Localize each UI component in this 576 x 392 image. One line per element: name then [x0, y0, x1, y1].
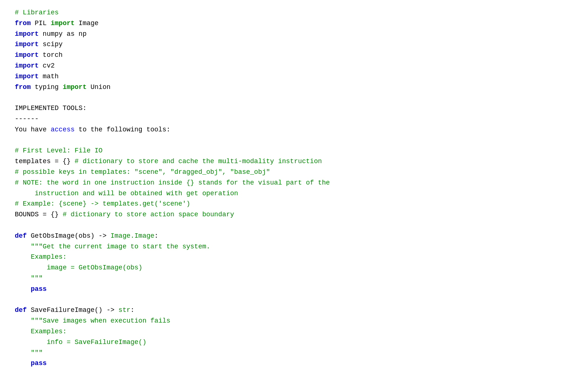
kw-blue-text: import — [15, 41, 39, 48]
kw-green-text: import — [63, 83, 87, 91]
comment-text: # dictionary to store and cache the mult… — [75, 158, 322, 165]
kw-blue-text: import — [15, 73, 39, 80]
plain-text: to the following tools: — [75, 126, 170, 133]
plain-text: Union — [86, 83, 110, 91]
code-line: You have access to the following tools: — [15, 124, 561, 135]
plain-text: typing — [31, 83, 62, 91]
comment-text: instruction and will be obtained with ge… — [15, 190, 238, 197]
kw-blue-text: import — [15, 62, 39, 69]
kw-blue-text: from — [15, 83, 31, 91]
plain-text: : — [154, 232, 158, 240]
kw-blue-text: pass — [31, 285, 47, 293]
string-green-text: """ — [31, 275, 42, 282]
type-green-text: str — [119, 306, 130, 314]
plain-text: You have — [15, 126, 51, 133]
code-line: # Libraries — [15, 7, 561, 18]
plain-text — [15, 360, 31, 367]
string-green-text: Examples: — [31, 253, 66, 261]
code-line: import cv2 — [15, 61, 561, 71]
code-line: image = GetObsImage(obs) — [15, 262, 561, 273]
code-line: templates = {} # dictionary to store and… — [15, 156, 561, 167]
code-container: # Librariesfrom PIL import Imageimport n… — [15, 7, 561, 369]
code-line: IMPLEMENTED TOOLS: — [15, 103, 561, 114]
code-line: pass — [15, 358, 561, 369]
code-line: from typing import Union — [15, 82, 561, 93]
plain-text: scipy — [39, 41, 63, 48]
code-line: import scipy — [15, 39, 561, 50]
code-line: # NOTE: the word in one instruction insi… — [15, 178, 561, 188]
code-line: import torch — [15, 50, 561, 61]
code-line: from PIL import Image — [15, 18, 561, 29]
plain-text: GetObsImage(obs) -> — [27, 232, 110, 240]
type-green-text: Image.Image — [110, 232, 154, 240]
code-line: Examples: — [15, 252, 561, 262]
kw-blue-text: from — [15, 20, 31, 27]
string-green-text: image = GetObsImage(obs) — [47, 264, 142, 271]
string-green-text: """ — [31, 349, 42, 357]
code-line — [15, 92, 561, 103]
plain-text — [15, 253, 31, 261]
comment-text: # dictionary to store action space bound… — [63, 211, 234, 218]
code-line: BOUNDS = {} # dictionary to store action… — [15, 209, 561, 220]
code-line: # First Level: File IO — [15, 145, 561, 156]
code-line: Examples: — [15, 326, 561, 337]
code-line: """ — [15, 348, 561, 358]
plain-text — [15, 243, 31, 250]
kw-blue-text: def — [15, 232, 27, 240]
plain-text: torch — [39, 51, 63, 59]
plain-text: math — [39, 73, 59, 80]
plain-text: templates = {} — [15, 158, 75, 165]
plain-text — [15, 264, 47, 271]
code-line: def SaveFailureImage() -> str: — [15, 305, 561, 316]
plain-text: cv2 — [39, 62, 55, 69]
plain-text: : — [130, 306, 134, 314]
string-green-text: info = SaveFailureImage() — [47, 338, 146, 346]
plain-text: PIL — [31, 20, 51, 27]
code-line: """Get the current image to start the sy… — [15, 241, 561, 252]
plain-text — [15, 285, 31, 293]
kw-blue-text: def — [15, 306, 27, 314]
code-line — [15, 295, 561, 305]
plain-text: BOUNDS = {} — [15, 211, 63, 218]
code-line: # Example: {scene} -> templates.get('sce… — [15, 199, 561, 209]
highlight-blue-text: access — [51, 126, 75, 133]
comment-text: # First Level: File IO — [15, 147, 103, 154]
kw-blue-text: import — [15, 51, 39, 59]
plain-text — [15, 328, 31, 335]
plain-text — [15, 317, 31, 324]
comment-text: # possible keys in templates: "scene", "… — [15, 168, 270, 176]
plain-text: numpy as np — [39, 30, 87, 38]
comment-text: # Libraries — [15, 9, 59, 16]
string-green-text: """Save images when execution fails — [31, 317, 170, 324]
code-line: import numpy as np — [15, 29, 561, 39]
kw-blue-text: import — [15, 30, 39, 38]
kw-blue-text: pass — [31, 360, 47, 367]
string-green-text: Examples: — [31, 328, 66, 335]
code-line: # possible keys in templates: "scene", "… — [15, 167, 561, 178]
string-green-text: """Get the current image to start the sy… — [31, 243, 210, 250]
code-line: info = SaveFailureImage() — [15, 337, 561, 348]
code-line: ------ — [15, 114, 561, 124]
code-line: instruction and will be obtained with ge… — [15, 188, 561, 199]
comment-text: # NOTE: the word in one instruction insi… — [15, 179, 330, 186]
plain-text — [15, 349, 31, 357]
code-line: """ — [15, 273, 561, 284]
code-line — [15, 220, 561, 231]
plain-text: SaveFailureImage() -> — [27, 306, 118, 314]
plain-text — [15, 338, 47, 346]
plain-text: Image — [75, 20, 99, 27]
plain-text — [15, 275, 31, 282]
code-line — [15, 135, 561, 146]
code-line: """Save images when execution fails — [15, 316, 561, 326]
kw-green-text: import — [51, 20, 75, 27]
code-line: pass — [15, 284, 561, 295]
code-line: def GetObsImage(obs) -> Image.Image: — [15, 231, 561, 241]
comment-text: # Example: {scene} -> templates.get('sce… — [15, 200, 190, 207]
code-line: import math — [15, 71, 561, 82]
